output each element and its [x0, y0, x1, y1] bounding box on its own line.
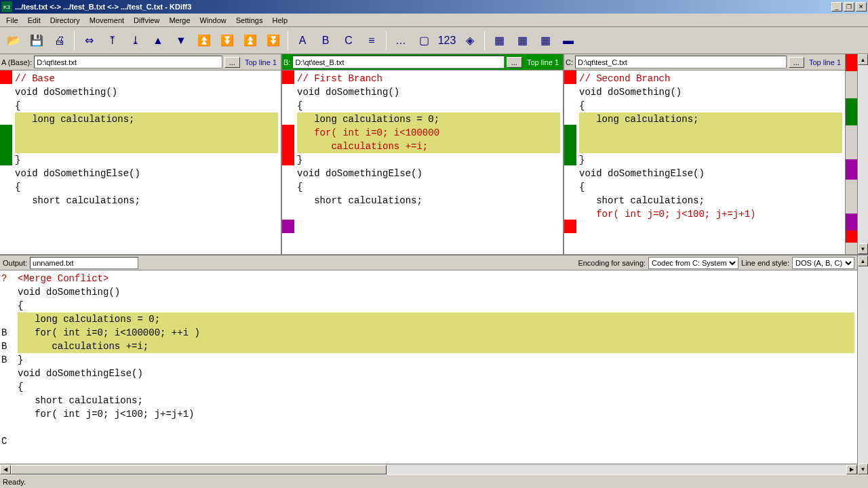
choose-a-icon[interactable]: A — [292, 30, 313, 52]
output-header: Output: Encoding for saving: Codec from … — [0, 256, 857, 270]
titlebar: K3 .../test.txt <-> .../test_B.txt <-> .… — [0, 0, 868, 14]
view1-icon[interactable]: ▦ — [488, 30, 510, 52]
choose-c-icon[interactable]: C — [338, 30, 359, 52]
split-icon[interactable]: … — [390, 30, 412, 52]
toolbar-separator — [74, 31, 75, 50]
prev-unsolved-icon[interactable]: ⏫ — [239, 30, 261, 52]
toolbar-separator — [386, 31, 387, 50]
view3-icon[interactable]: ▦ — [534, 30, 556, 52]
overview-strip[interactable] — [845, 54, 857, 254]
scroll-right-icon[interactable]: ▶ — [846, 465, 857, 474]
toolbar-separator — [484, 31, 485, 50]
pane-header-c: C:...Top line 1 — [564, 54, 845, 70]
menu-directory[interactable]: Directory — [45, 15, 85, 26]
diff-vscroll[interactable]: ▲ ▼ — [857, 54, 868, 254]
view2-icon[interactable]: ▦ — [511, 30, 533, 52]
code-text[interactable]: // First Branchvoid doSomething(){ long … — [294, 70, 563, 254]
next-unsolved-icon[interactable]: ⏬ — [262, 30, 284, 52]
scroll-up-icon[interactable]: ▲ — [858, 256, 868, 266]
minimize-button[interactable]: _ — [831, 2, 842, 12]
go-current-icon[interactable]: ⇔ — [78, 30, 100, 52]
code-text[interactable]: // Second Branchvoid doSomething(){ long… — [576, 70, 845, 254]
go-top-icon[interactable]: ⤒ — [101, 30, 123, 52]
diff-gutter — [564, 70, 576, 254]
lineend-label: Line end style: — [741, 259, 789, 267]
output-area: Output: Encoding for saving: Codec from … — [0, 254, 868, 474]
diff-pane-a: A (Base):...Top line 1// Basevoid doSome… — [0, 54, 282, 254]
output-filename-input[interactable] — [30, 257, 138, 269]
print-icon[interactable]: 🖨 — [49, 30, 71, 52]
app-icon: K3 — [1, 1, 12, 12]
toolbar: 📂💾🖨⇔⤒⤓▲▼⏫⏬⏫⏬ABC≡…▢123◈▦▦▦▬ — [0, 27, 868, 54]
output-label: Output: — [3, 259, 27, 267]
output-hscroll[interactable]: ◀ ▶ — [0, 464, 857, 474]
prev-conflict-icon[interactable]: ⏫ — [193, 30, 215, 52]
menu-file[interactable]: File — [1, 15, 23, 26]
diff-gutter — [0, 70, 12, 254]
window-title: .../test.txt <-> .../test_B.txt <-> .../… — [15, 3, 831, 11]
diff-area: A (Base):...Top line 1// Basevoid doSome… — [0, 54, 845, 254]
statusbar: Ready. — [0, 474, 868, 488]
pane-path-input[interactable] — [575, 56, 787, 68]
lineend-select[interactable]: DOS (A, B, C) — [792, 257, 854, 269]
line-numbers-icon[interactable]: 123 — [436, 30, 458, 52]
browse-button[interactable]: ... — [224, 57, 240, 68]
pane-label: A (Base): — [1, 58, 32, 66]
maximize-button[interactable]: ❐ — [844, 2, 854, 12]
menu-settings[interactable]: Settings — [231, 15, 268, 26]
save-icon[interactable]: 💾 — [26, 30, 47, 52]
close-button[interactable]: ✕ — [856, 2, 867, 12]
encoding-label: Encoding for saving: — [578, 259, 646, 267]
menu-help[interactable]: Help — [267, 15, 292, 26]
scroll-down-icon[interactable]: ▼ — [858, 243, 868, 254]
next-diff-icon[interactable]: ▼ — [170, 30, 192, 52]
prev-diff-icon[interactable]: ▲ — [147, 30, 169, 52]
next-conflict-icon[interactable]: ⏬ — [216, 30, 238, 52]
menu-window[interactable]: Window — [195, 15, 231, 26]
open-icon[interactable]: 📂 — [3, 30, 24, 52]
status-text: Ready. — [3, 478, 26, 486]
view4-icon[interactable]: ▬ — [557, 30, 579, 52]
code-text[interactable]: // Basevoid doSomething(){ long calculat… — [12, 70, 281, 254]
join-icon[interactable]: ▢ — [413, 30, 435, 52]
pane-label: B: — [283, 58, 290, 66]
pane-header-a: A (Base):...Top line 1 — [0, 54, 281, 70]
go-bottom-icon[interactable]: ⤓ — [124, 30, 146, 52]
diff-pane-b: B:...Top line 1// First Branchvoid doSom… — [282, 54, 564, 254]
choose-b-icon[interactable]: B — [315, 30, 336, 52]
menubar: FileEditDirectoryMovementDiffviewMergeWi… — [0, 14, 868, 27]
toolbar-separator — [288, 31, 288, 50]
diff-pane-c: C:...Top line 1// Second Branchvoid doSo… — [564, 54, 845, 254]
topline-label: Top line 1 — [524, 58, 561, 66]
code-area[interactable]: // First Branchvoid doSomething(){ long … — [282, 70, 563, 254]
pane-path-input[interactable] — [292, 56, 504, 68]
topline-label: Top line 1 — [242, 58, 279, 66]
output-text[interactable]: <Merge Conflict>void doSomething(){ long… — [15, 270, 857, 464]
hscroll-thumb[interactable] — [11, 465, 387, 474]
pane-header-b: B:...Top line 1 — [282, 54, 563, 70]
scroll-up-icon[interactable]: ▲ — [858, 54, 868, 65]
code-area[interactable]: // Second Branchvoid doSomething(){ long… — [564, 70, 845, 254]
whitespace-icon[interactable]: ◈ — [459, 30, 481, 52]
auto-merge-icon[interactable]: ≡ — [361, 30, 382, 52]
output-body: ?BBBC <Merge Conflict>void doSomething()… — [0, 270, 857, 464]
browse-button[interactable]: ... — [789, 57, 804, 68]
output-gutter: ?BBBC — [0, 270, 15, 464]
browse-button[interactable]: ... — [507, 57, 522, 68]
topline-label: Top line 1 — [806, 58, 844, 66]
pane-label: C: — [566, 58, 573, 66]
code-area[interactable]: // Basevoid doSomething(){ long calculat… — [0, 70, 281, 254]
scroll-down-icon[interactable]: ▼ — [858, 464, 868, 474]
menu-merge[interactable]: Merge — [164, 15, 195, 26]
output-vscroll[interactable]: ▲ ▼ — [857, 256, 868, 474]
diff-gutter — [282, 70, 294, 254]
menu-movement[interactable]: Movement — [85, 15, 129, 26]
pane-path-input[interactable] — [34, 56, 222, 68]
menu-edit[interactable]: Edit — [23, 15, 45, 26]
menu-diffview[interactable]: Diffview — [129, 15, 164, 26]
scroll-left-icon[interactable]: ◀ — [0, 465, 11, 474]
encoding-select[interactable]: Codec from C: System — [648, 257, 738, 269]
